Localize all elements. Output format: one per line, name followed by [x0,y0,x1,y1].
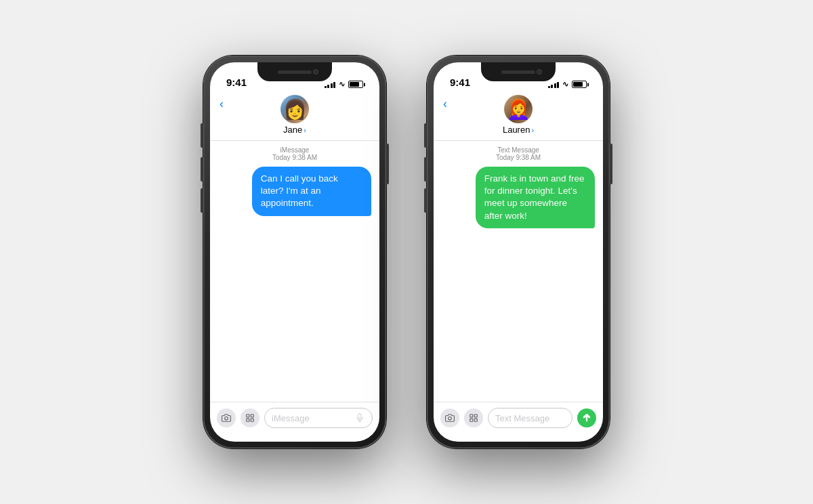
message-input-lauren[interactable]: Text Message [488,408,572,428]
input-area-jane: iMessage [210,402,379,442]
mic-button-jane[interactable] [352,410,368,426]
svg-rect-12 [474,419,477,421]
camera-button-lauren[interactable] [440,408,459,427]
signal-bars-lauren [548,81,560,88]
messages-wrapper-jane: Can I call you back later? I'm at an app… [218,167,371,216]
signal-bar-l3 [554,83,556,88]
contact-name-jane[interactable]: Jane › [283,125,306,135]
notch-jane [257,62,332,81]
message-bubble-lauren-0: Frank is in town and free for dinner ton… [476,167,595,228]
input-placeholder-jane: iMessage [272,413,310,423]
wifi-icon-lauren: ∿ [562,81,568,88]
nav-header-jane: ‹ Jane › [210,92,379,141]
camera-button-jane[interactable] [217,408,236,427]
phone-frame-jane: 9:41 ∿ ‹ [203,56,386,448]
svg-point-8 [449,417,452,420]
messages-wrapper-lauren: Frank is in town and free for dinner ton… [442,167,595,228]
phone-screen-lauren: 9:41 ∿ ‹ [434,62,603,442]
status-time-jane: 9:41 [226,77,247,88]
back-button-lauren[interactable]: ‹ [443,98,447,110]
svg-rect-3 [247,419,249,421]
contact-chevron-jane: › [304,126,306,134]
avatar-jane[interactable] [280,95,309,123]
message-bubble-jane-0: Can I call you back later? I'm at an app… [252,167,371,216]
svg-rect-9 [470,415,473,417]
svg-rect-5 [358,414,361,419]
input-area-lauren: Text Message [434,402,603,442]
message-input-jane[interactable]: iMessage [264,408,373,428]
signal-bar-2 [327,85,329,88]
phone-screen-jane: 9:41 ∿ ‹ [210,62,379,442]
wifi-icon-jane: ∿ [339,81,345,88]
phone-jane: 9:41 ∿ ‹ [203,56,386,448]
phone-lauren: 9:41 ∿ ‹ [427,56,610,448]
notch-camera-dot [313,69,318,75]
contact-name-lauren[interactable]: Lauren › [503,125,534,135]
contact-chevron-lauren: › [531,126,534,134]
messages-area-lauren: Text Message Today 9:38 AM Frank is in t… [434,141,603,402]
apps-button-jane[interactable] [241,408,259,427]
status-time-lauren: 9:41 [450,77,470,88]
notch-camera-dot-lauren [537,69,542,75]
input-placeholder-lauren: Text Message [495,413,549,423]
signal-bar-l2 [551,85,553,88]
svg-rect-2 [251,415,253,417]
signal-bar-4 [333,82,335,88]
notch-lauren [481,62,556,81]
notch-speaker-lauren [501,70,535,74]
svg-rect-4 [251,419,253,421]
signal-bar-1 [325,86,327,88]
battery-fill-lauren [573,82,583,87]
svg-rect-1 [247,415,249,417]
back-button-jane[interactable]: ‹ [220,98,224,110]
message-timestamp-lauren: Text Message Today 9:38 AM [496,146,541,161]
battery-fill-jane [350,82,359,87]
avatar-lauren[interactable] [504,95,533,123]
phone-frame-lauren: 9:41 ∿ ‹ [427,56,610,448]
apps-button-lauren[interactable] [464,408,483,427]
signal-bar-3 [331,83,333,88]
signal-bars-jane [325,81,336,88]
svg-point-0 [225,417,228,420]
svg-rect-11 [470,419,473,421]
signal-bar-l4 [557,82,559,88]
nav-header-lauren: ‹ Lauren › [434,92,603,141]
signal-bar-l1 [548,86,550,88]
svg-rect-10 [474,415,477,417]
status-icons-lauren: ∿ [548,81,587,88]
send-button-lauren[interactable] [577,408,596,427]
battery-icon-lauren [572,81,587,88]
battery-icon-jane [348,81,363,88]
message-timestamp-jane: iMessage Today 9:38 AM [272,146,317,161]
messages-area-jane: iMessage Today 9:38 AM Can I call you ba… [210,141,379,402]
notch-speaker [278,70,312,74]
status-icons-jane: ∿ [325,81,364,88]
